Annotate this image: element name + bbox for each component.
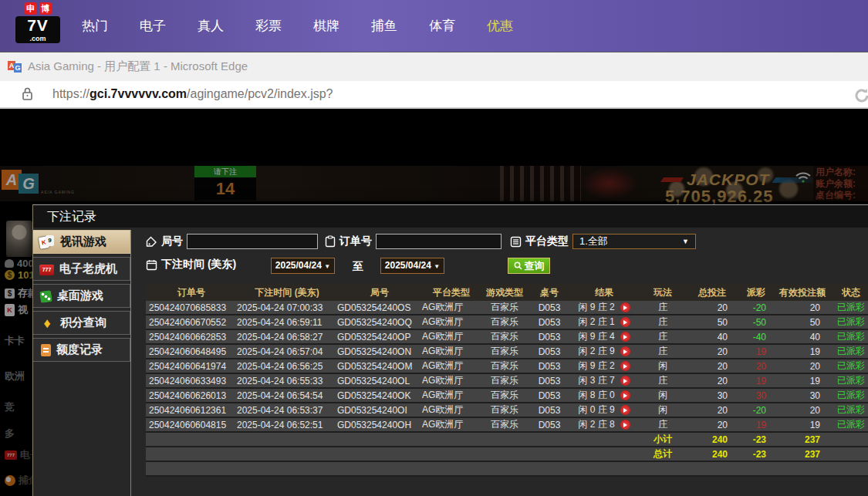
cell-table: D053 <box>529 376 570 386</box>
column-header: 总投注 <box>687 286 737 299</box>
cell-payout: 20 <box>737 361 775 372</box>
date-to-picker[interactable]: 2025/04/24 ▼ <box>380 258 444 274</box>
column-header: 订单号 <box>146 286 237 299</box>
table-body: 2504240706858332025-04-24 07:00:33GD0532… <box>146 301 868 477</box>
bet-records-table: 订单号下注时间 (美东)局号平台类型游戏类型桌号结果玩法总投注派彩有效投注额状态… <box>146 284 868 477</box>
url-text[interactable]: https://gci.7vvvvvv.com/agingame/pcv2/in… <box>52 87 333 101</box>
cell-game: 百家乐 <box>481 389 529 402</box>
column-header: 平台类型 <box>422 286 481 299</box>
order-number-input[interactable] <box>376 234 502 249</box>
play-video-button[interactable] <box>620 420 630 430</box>
cell-result: 闲 0 庄 9 <box>570 403 638 417</box>
nav-item-fishing[interactable]: 捕鱼 <box>371 17 397 35</box>
cell-status: 已派彩 <box>829 374 868 387</box>
cell-bet: 20 <box>687 420 737 430</box>
cell-valid: 30 <box>775 390 829 401</box>
asia-gaming-favicon-icon: AG <box>8 61 21 73</box>
table-header-row: 订单号下注时间 (美东)局号平台类型游戏类型桌号结果玩法总投注派彩有效投注额状态 <box>146 284 868 301</box>
subtotal-row-bet: 240 <box>687 434 737 445</box>
play-video-button[interactable] <box>620 376 630 386</box>
query-button[interactable]: 查询 <box>508 258 550 274</box>
table-row: 2504240606419742025-04-24 06:56:25GD0532… <box>146 359 868 374</box>
cell-result: 闲 9 庄 2 <box>570 301 638 314</box>
chevron-down-icon: ▼ <box>682 235 689 249</box>
subtotal-row-label: 小计 <box>638 433 687 446</box>
round-number-group: 局号 <box>146 234 318 249</box>
play-video-button[interactable] <box>620 302 630 312</box>
sidebar-item-slots[interactable]: 电子老虎机 <box>33 257 130 281</box>
cell-side: 庄 <box>638 301 687 314</box>
platform-type-label: 平台类型 <box>525 235 569 248</box>
nav-item-live[interactable]: 真人 <box>198 17 224 35</box>
nav-item-lottery[interactable]: 彩票 <box>255 17 282 35</box>
gem-icon <box>39 316 55 330</box>
nav-item-boardgames[interactable]: 棋牌 <box>313 17 339 35</box>
platform-list-icon <box>510 236 522 248</box>
cell-time: 2025-04-24 06:53:37 <box>237 405 337 416</box>
nav-item-slots[interactable]: 电子 <box>140 17 166 35</box>
url-host: gci.7vvvvvv.com <box>90 87 187 100</box>
cell-table: D053 <box>529 302 570 313</box>
platform-type-select[interactable]: 1.全部 ▼ <box>572 234 696 249</box>
cell-side: 庄 <box>638 330 687 343</box>
sidebar-item-credit-records[interactable]: 额度记录 <box>33 338 130 362</box>
nav-item-sports[interactable]: 体育 <box>429 17 455 35</box>
table-row: 2504240606123612025-04-24 06:53:37GD0532… <box>146 403 868 418</box>
bet-time-group: 下注时间 (美东) <box>146 258 236 272</box>
cell-result: 闲 9 庄 4 <box>570 330 638 343</box>
sidebar-item-table-games[interactable]: 桌面游戏 <box>33 284 130 308</box>
chevron-down-icon: ▼ <box>434 263 440 270</box>
site-top-nav: 申 博 7V .com 热门 电子 真人 彩票 棋牌 捕鱼 体育 优惠 <box>0 0 868 52</box>
column-header: 结果 <box>570 286 638 299</box>
sidebar-item-label: 桌面游戏 <box>57 288 103 303</box>
cell-bet: 50 <box>687 317 737 328</box>
cell-side: 庄 <box>638 345 687 358</box>
window-title: Asia Gaming - 用户配置 1 - Microsoft Edge <box>28 59 248 74</box>
logo-suffix-text: .com <box>15 35 60 43</box>
cell-time: 2025-04-24 06:52:51 <box>237 420 337 430</box>
cell-valid: 20 <box>775 302 829 313</box>
bet-records-modal: 下注记录 视讯游戏 电子老虎机 桌面游戏 积分查询 额度记录 <box>32 204 868 496</box>
empty-row <box>146 462 868 477</box>
url-scheme: https:// <box>52 87 90 100</box>
nav-item-hot[interactable]: 热门 <box>82 17 108 35</box>
cell-platform: AG欧洲厅 <box>422 330 481 343</box>
cell-platform: AG欧洲厅 <box>422 315 481 329</box>
cell-round: GD053254240OS <box>337 302 422 313</box>
cell-table: D053 <box>529 317 570 328</box>
nav-item-promotions[interactable]: 优惠 <box>487 17 513 35</box>
cell-table: D053 <box>529 390 570 401</box>
sidebar-item-points-query[interactable]: 积分查询 <box>33 311 130 335</box>
table-row: 2504240606484952025-04-24 06:57:04GD0532… <box>146 345 868 359</box>
play-video-button[interactable] <box>620 346 630 356</box>
cell-payout: -40 <box>737 332 775 342</box>
sidebar-item-live-games[interactable]: 视讯游戏 <box>33 230 130 254</box>
play-video-button[interactable] <box>620 405 630 415</box>
chevron-down-icon: ▼ <box>324 263 330 270</box>
cell-platform: AG欧洲厅 <box>422 301 481 314</box>
cell-game: 百家乐 <box>481 374 529 387</box>
cell-game: 百家乐 <box>481 345 529 358</box>
round-number-input[interactable] <box>187 234 318 249</box>
cell-table: D053 <box>529 346 570 357</box>
cell-round: GD053254240OP <box>337 332 422 342</box>
platform-type-value: 1.全部 <box>579 235 608 247</box>
refresh-icon[interactable] <box>851 85 868 106</box>
cell-side: 庄 <box>638 374 687 387</box>
cell-valid: 20 <box>775 361 829 372</box>
site-logo[interactable]: 申 博 7V .com <box>15 2 60 43</box>
table-row: 2504240606334932025-04-24 06:55:33GD0532… <box>146 374 868 389</box>
play-video-button[interactable] <box>620 317 630 327</box>
browser-urlbar[interactable]: https://gci.7vvvvvv.com/agingame/pcv2/in… <box>0 81 868 109</box>
dice-icon <box>39 290 52 303</box>
play-video-button[interactable] <box>620 332 630 342</box>
cell-order: 250424060626013 <box>146 390 237 401</box>
result-text: 闲 0 庄 9 <box>578 403 614 417</box>
cell-time: 2025-04-24 07:00:33 <box>237 302 337 313</box>
grand-total-row-valid: 237 <box>775 449 829 460</box>
date-from-picker[interactable]: 2025/04/24 ▼ <box>271 258 335 274</box>
cell-status: 已派彩 <box>829 359 868 373</box>
column-header: 有效投注额 <box>775 286 829 299</box>
play-video-button[interactable] <box>620 390 630 400</box>
play-video-button[interactable] <box>620 361 630 371</box>
